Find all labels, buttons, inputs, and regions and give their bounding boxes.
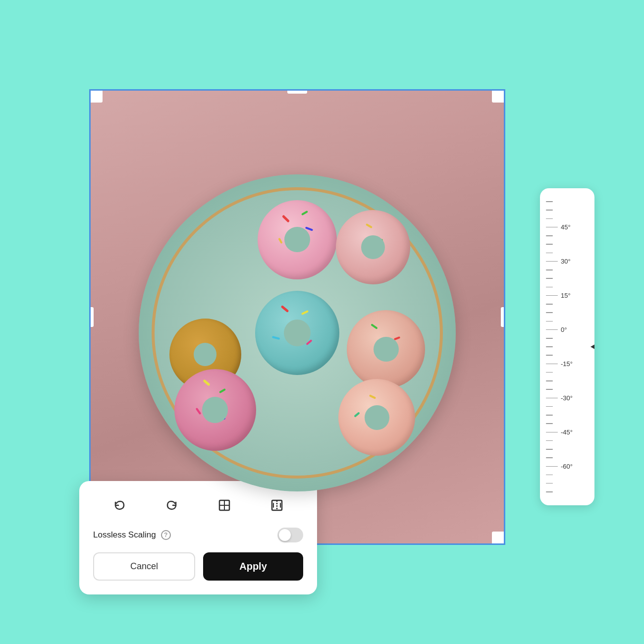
plate-wrapper xyxy=(91,91,504,543)
tick-major xyxy=(546,466,558,467)
tick-row xyxy=(546,301,594,308)
tick-row xyxy=(546,207,594,214)
tick-major xyxy=(546,261,558,262)
tick xyxy=(546,372,553,373)
tick xyxy=(546,244,553,245)
tick xyxy=(546,338,553,339)
tick-row: -45° xyxy=(546,429,594,435)
tick xyxy=(546,457,553,458)
cancel-button[interactable]: Cancel xyxy=(93,552,195,581)
tick-major xyxy=(546,364,558,365)
tick xyxy=(546,449,553,450)
rotation-ruler[interactable]: 45° 30° 15° 0° -15° -30° -45° xyxy=(540,188,594,505)
tick xyxy=(546,253,553,254)
tick-row: -60° xyxy=(546,463,594,470)
tick-row xyxy=(546,403,594,410)
tick-major xyxy=(546,398,558,399)
tick xyxy=(546,440,553,441)
ruler-label-n60: -60° xyxy=(561,463,573,470)
tick xyxy=(546,491,553,492)
ruler-ticks: 45° 30° 15° 0° -15° -30° -45° xyxy=(546,198,594,495)
tick xyxy=(546,475,553,476)
tick-row xyxy=(546,437,594,444)
tick xyxy=(546,380,553,381)
tick-row: 30° xyxy=(546,258,594,265)
tick-row xyxy=(546,446,594,453)
action-buttons: Cancel Apply xyxy=(93,552,303,581)
tick-row xyxy=(546,377,594,384)
tick-row xyxy=(546,412,594,419)
tick-row xyxy=(546,480,594,487)
tick xyxy=(546,304,553,305)
ruler-label-0: 0° xyxy=(561,326,567,333)
tick xyxy=(546,389,553,390)
tick xyxy=(546,278,553,279)
tick-row: -30° xyxy=(546,394,594,401)
tick-row: 15° xyxy=(546,292,594,299)
tick xyxy=(546,415,553,416)
donut-2 xyxy=(336,210,410,284)
ruler-label-n30: -30° xyxy=(561,394,573,402)
plate xyxy=(139,174,456,491)
tick-row xyxy=(546,215,594,222)
tick xyxy=(546,355,553,356)
tick xyxy=(546,406,553,407)
tick xyxy=(546,201,553,202)
tick xyxy=(546,321,553,322)
tick-row xyxy=(546,232,594,239)
tick-row xyxy=(546,335,594,342)
donut-1 xyxy=(258,200,337,279)
tick xyxy=(546,483,553,484)
tick xyxy=(546,218,553,219)
tick-major xyxy=(546,329,558,330)
tick-row xyxy=(546,275,594,282)
tick-row: 0° xyxy=(546,326,594,333)
tick-row xyxy=(546,309,594,316)
tick xyxy=(546,235,553,236)
tick-row xyxy=(546,318,594,324)
image-crop-area[interactable] xyxy=(89,89,505,545)
donut-5 xyxy=(347,310,425,388)
tick-row xyxy=(546,198,594,205)
ruler-label-n45: -45° xyxy=(561,429,573,436)
tick-row xyxy=(546,267,594,273)
tick-row xyxy=(546,454,594,461)
plate-inner xyxy=(152,187,443,479)
tick-row: 45° xyxy=(546,224,594,231)
apply-button[interactable]: Apply xyxy=(203,552,303,581)
tick-row xyxy=(546,241,594,248)
tick xyxy=(546,287,553,288)
ruler-label-n15: -15° xyxy=(561,360,573,368)
tick xyxy=(546,423,553,424)
ruler-label-15: 15° xyxy=(561,292,571,299)
donut-3 xyxy=(255,291,339,375)
tick-row xyxy=(546,386,594,393)
ruler-label-30: 30° xyxy=(561,258,571,265)
main-container: 45° 30° 15° 0° -15° -30° -45° xyxy=(50,50,594,594)
tick-major xyxy=(546,432,558,433)
tick-major xyxy=(546,295,558,296)
tick-row xyxy=(546,472,594,479)
tick-major xyxy=(546,227,558,228)
tick-row xyxy=(546,343,594,350)
ruler-label-45: 45° xyxy=(561,223,571,231)
tick-row: -15° xyxy=(546,360,594,367)
tick-row xyxy=(546,249,594,256)
tick xyxy=(546,269,553,270)
tick-row xyxy=(546,369,594,376)
donut-7 xyxy=(338,379,415,456)
tick-row xyxy=(546,488,594,495)
tick-row xyxy=(546,283,594,290)
tick-row xyxy=(546,352,594,359)
tick xyxy=(546,346,553,347)
tick xyxy=(546,210,553,211)
donut-6 xyxy=(174,369,256,451)
ruler-pointer xyxy=(590,343,594,351)
tick xyxy=(546,312,553,313)
tick-row xyxy=(546,420,594,427)
